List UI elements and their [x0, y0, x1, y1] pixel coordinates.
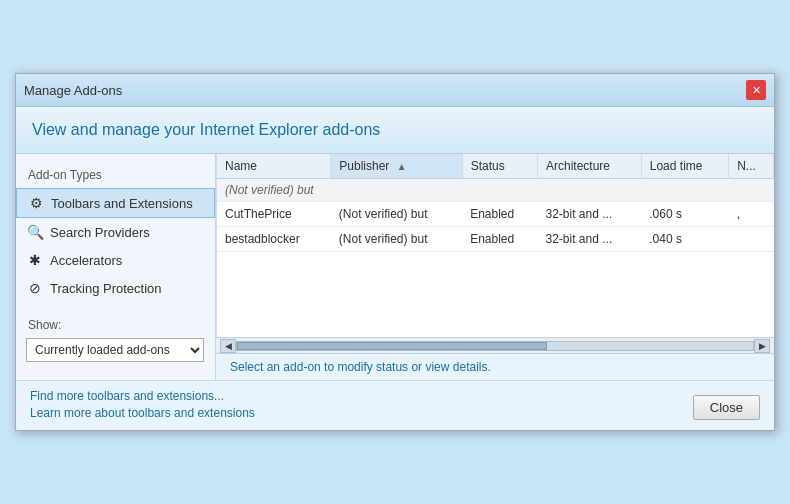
table-row[interactable]: CutThePrice (Not verified) but Enabled 3… [217, 202, 774, 227]
col-header-architecture: Architecture [538, 154, 642, 179]
row1-name: CutThePrice [217, 202, 331, 227]
horizontal-scrollbar-thumb[interactable] [237, 342, 547, 350]
row2-publisher: (Not verified) but [331, 227, 462, 252]
sidebar-item-label-tracking: Tracking Protection [50, 281, 162, 296]
addon-table-container[interactable]: Name Publisher ▲ Status Architecture [216, 154, 774, 337]
accelerators-icon: ✱ [26, 251, 44, 269]
sidebar-item-search[interactable]: 🔍 Search Providers [16, 218, 215, 246]
col-header-name: Name [217, 154, 331, 179]
col-header-status: Status [462, 154, 537, 179]
header-text: View and manage your Internet Explorer a… [32, 121, 380, 138]
tracking-icon: ⊘ [26, 279, 44, 297]
row2-architecture: 32-bit and ... [538, 227, 642, 252]
close-button[interactable]: Close [693, 395, 760, 420]
sidebar: Add-on Types ⚙ Toolbars and Extensions 🔍… [16, 154, 216, 380]
table-group-header: (Not verified) but [217, 179, 774, 202]
main-panel: Name Publisher ▲ Status Architecture [216, 154, 774, 380]
row1-publisher: (Not verified) but [331, 202, 462, 227]
status-text: Select an add-on to modify status or vie… [230, 360, 491, 374]
status-bar: Select an add-on to modify status or vie… [216, 353, 774, 380]
title-bar: Manage Add-ons ✕ [16, 74, 774, 107]
row1-loadtime: .060 s [641, 202, 728, 227]
scroll-left-button[interactable]: ◀ [220, 339, 236, 353]
search-providers-icon: 🔍 [26, 223, 44, 241]
col-header-publisher[interactable]: Publisher ▲ [331, 154, 462, 179]
sidebar-item-label-toolbars: Toolbars and Extensions [51, 196, 193, 211]
manage-addons-dialog: Manage Add-ons ✕ View and manage your In… [15, 73, 775, 431]
footer: Find more toolbars and extensions... Lea… [16, 380, 774, 430]
row2-status: Enabled [462, 227, 537, 252]
col-header-loadtime: Load time [641, 154, 728, 179]
learn-more-link[interactable]: Learn more about toolbars and extensions [30, 406, 255, 420]
row2-loadtime: .040 s [641, 227, 728, 252]
group-header-text: (Not verified) but [217, 179, 774, 202]
header-banner: View and manage your Internet Explorer a… [16, 107, 774, 154]
toolbars-icon: ⚙ [27, 194, 45, 212]
row2-navtime [729, 227, 774, 252]
horizontal-scrollbar-track[interactable] [236, 341, 754, 351]
horizontal-scrollbar-area: ◀ ▶ [216, 337, 774, 353]
table-header-row: Name Publisher ▲ Status Architecture [217, 154, 774, 179]
addon-table: Name Publisher ▲ Status Architecture [217, 154, 774, 252]
dialog-title: Manage Add-ons [24, 83, 122, 98]
scroll-right-button[interactable]: ▶ [754, 339, 770, 353]
show-dropdown[interactable]: Currently loaded add-ons All add-ons Dow… [26, 338, 204, 362]
row2-name: bestadblocker [217, 227, 331, 252]
sidebar-item-toolbars[interactable]: ⚙ Toolbars and Extensions [16, 188, 215, 218]
col-header-navtime: N... [729, 154, 774, 179]
row1-navtime: , [729, 202, 774, 227]
addon-types-label: Add-on Types [16, 164, 215, 188]
content-area: Add-on Types ⚙ Toolbars and Extensions 🔍… [16, 154, 774, 380]
row1-status: Enabled [462, 202, 537, 227]
find-toolbars-link[interactable]: Find more toolbars and extensions... [30, 389, 255, 403]
sidebar-item-tracking[interactable]: ⊘ Tracking Protection [16, 274, 215, 302]
sidebar-item-label-accelerators: Accelerators [50, 253, 122, 268]
sidebar-item-accelerators[interactable]: ✱ Accelerators [16, 246, 215, 274]
footer-links: Find more toolbars and extensions... Lea… [30, 389, 255, 420]
sort-arrow-icon: ▲ [397, 161, 407, 172]
title-close-button[interactable]: ✕ [746, 80, 766, 100]
show-label: Show: [16, 302, 215, 336]
sidebar-item-label-search: Search Providers [50, 225, 150, 240]
table-row[interactable]: bestadblocker (Not verified) but Enabled… [217, 227, 774, 252]
row1-architecture: 32-bit and ... [538, 202, 642, 227]
